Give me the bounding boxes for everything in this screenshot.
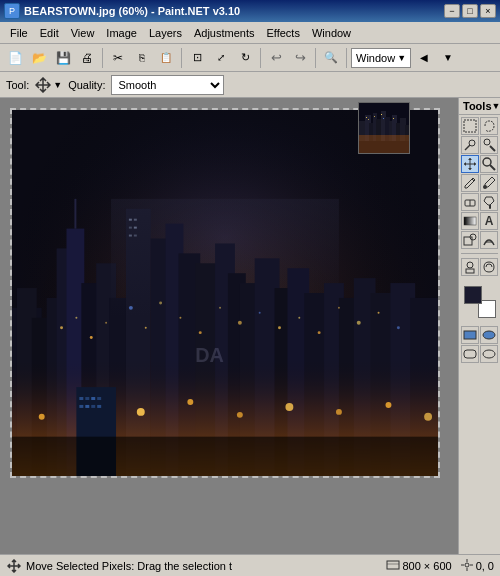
print-button[interactable]: 🖨 [76, 47, 98, 69]
menu-layers[interactable]: Layers [143, 25, 188, 41]
window-dropdown[interactable]: Window ▼ [351, 48, 411, 68]
tool-eraser[interactable] [461, 193, 479, 211]
image-size-icon [386, 558, 400, 574]
minimize-button[interactable]: − [444, 4, 460, 18]
resize-button[interactable]: ⤢ [210, 47, 232, 69]
image-canvas[interactable]: DA [10, 108, 440, 478]
cut-icon: ✂ [113, 51, 123, 65]
cursor-coordinates: 0, 0 [476, 560, 494, 572]
svg-point-118 [483, 350, 495, 358]
tool-recolor[interactable] [480, 231, 498, 249]
close-button[interactable]: × [480, 4, 496, 18]
svg-point-108 [489, 207, 491, 209]
resize-icon: ⤢ [217, 52, 225, 63]
maximize-button[interactable]: □ [462, 4, 478, 18]
toolbar-sep-4 [315, 48, 316, 68]
paste-button[interactable]: 📋 [155, 47, 177, 69]
svg-point-72 [278, 326, 281, 329]
zoom-icon: 🔍 [324, 51, 338, 64]
toolbar-sep-5 [346, 48, 347, 68]
tool-label: Tool: [6, 79, 29, 91]
tool-paintbrush[interactable] [480, 174, 498, 192]
svg-rect-93 [79, 405, 83, 408]
svg-rect-91 [91, 397, 95, 400]
svg-point-102 [484, 139, 490, 145]
menu-effects[interactable]: Effects [261, 25, 306, 41]
quality-dropdown[interactable]: Smooth Nearest Neighbor Bilinear Bicubic [111, 75, 224, 95]
tool-move[interactable] [461, 155, 479, 173]
tool-options-bar: Tool: ▼ Quality: Smooth Nearest Neighbor… [0, 72, 500, 98]
svg-point-63 [105, 322, 107, 324]
svg-rect-117 [464, 350, 476, 358]
menu-view[interactable]: View [65, 25, 101, 41]
svg-point-74 [318, 331, 321, 334]
svg-point-69 [219, 307, 221, 309]
svg-point-83 [237, 412, 243, 418]
zoom-search-button[interactable]: 🔍 [320, 47, 342, 69]
copy-icon: ⎘ [139, 52, 145, 63]
svg-rect-89 [79, 397, 83, 400]
tool-ellipse-outline[interactable] [480, 345, 498, 363]
menu-window[interactable]: Window [306, 25, 357, 41]
title-bar: P BEARSTOWN.jpg (60%) - Paint.NET v3.10 … [0, 0, 500, 22]
svg-rect-114 [466, 269, 474, 273]
svg-rect-14 [359, 135, 410, 154]
tool-ellipse-shape[interactable] [480, 326, 498, 344]
toolbar-extra2-btn[interactable]: ▼ [437, 47, 459, 69]
svg-point-73 [298, 317, 300, 319]
tools-title: Tools [463, 100, 492, 112]
move-tool-dropdown-arrow: ▼ [53, 80, 62, 90]
tool-rect-shape[interactable] [461, 326, 479, 344]
svg-point-85 [336, 409, 342, 415]
foreground-color-swatch[interactable] [464, 286, 482, 304]
redo-button[interactable]: ↪ [289, 47, 311, 69]
rotate-button[interactable]: ↻ [234, 47, 256, 69]
toolbar: 📄 📂 💾 🖨 ✂ ⎘ 📋 ⊡ ⤢ ↻ ↩ ↪ 🔍 Window ▼ [0, 44, 500, 72]
copy-button[interactable]: ⎘ [131, 47, 153, 69]
svg-point-82 [187, 399, 193, 405]
svg-point-121 [465, 563, 469, 567]
status-move-icon [6, 558, 22, 574]
canvas-area[interactable]: DA [0, 98, 458, 554]
tool-pencil[interactable] [461, 174, 479, 192]
open-button[interactable]: 📂 [28, 47, 50, 69]
quality-label: Quality: [68, 79, 105, 91]
tool-extra2[interactable] [480, 258, 498, 276]
tool-rounded-rect[interactable] [461, 345, 479, 363]
svg-point-103 [483, 158, 491, 166]
tool-shapes[interactable] [461, 231, 479, 249]
menu-adjustments[interactable]: Adjustments [188, 25, 261, 41]
paste-icon: 📋 [160, 52, 172, 63]
save-button[interactable]: 💾 [52, 47, 74, 69]
tool-extra1[interactable] [461, 258, 479, 276]
undo-button[interactable]: ↩ [265, 47, 287, 69]
tool-zoom[interactable] [480, 155, 498, 173]
toolbar-extra-btn[interactable]: ◀ [413, 47, 435, 69]
extra-icon: ◀ [420, 52, 428, 63]
tool-text[interactable]: A [480, 212, 498, 230]
tool-gradient[interactable] [461, 212, 479, 230]
bottom-tools [459, 324, 500, 365]
svg-point-75 [338, 307, 340, 309]
cut-button[interactable]: ✂ [107, 47, 129, 69]
extra2-icon: ▼ [443, 52, 453, 63]
tools-panel: Tools ▼ [458, 98, 500, 554]
tool-clone[interactable] [480, 136, 498, 154]
tool-paint-bucket[interactable] [480, 193, 498, 211]
svg-point-116 [483, 331, 495, 339]
tool-select-lasso[interactable] [480, 117, 498, 135]
svg-rect-15 [366, 117, 367, 118]
text-tool-letter: A [485, 214, 494, 228]
image-dimensions: 800 × 600 [402, 560, 451, 572]
svg-point-67 [179, 317, 181, 319]
tool-select-rect[interactable] [461, 117, 479, 135]
svg-rect-16 [368, 119, 369, 120]
menu-file[interactable]: File [4, 25, 34, 41]
crop-button[interactable]: ⊡ [186, 47, 208, 69]
svg-point-105 [483, 185, 487, 189]
menu-image[interactable]: Image [100, 25, 143, 41]
menu-edit[interactable]: Edit [34, 25, 65, 41]
new-button[interactable]: 📄 [4, 47, 26, 69]
tool-magic-wand[interactable] [461, 136, 479, 154]
new-icon: 📄 [8, 51, 23, 65]
